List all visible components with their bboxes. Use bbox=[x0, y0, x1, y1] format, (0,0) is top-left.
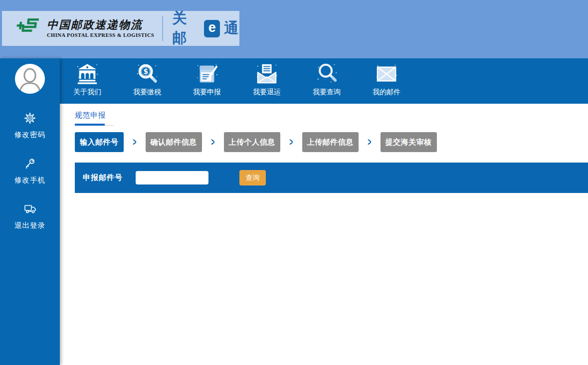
product-suffix: 通 bbox=[224, 18, 239, 38]
tab-underline-indicator bbox=[75, 124, 105, 126]
nav-item-about-us[interactable]: 关于我们 bbox=[65, 58, 110, 104]
sidebar-item-label: 修改密码 bbox=[14, 130, 45, 140]
delivery-truck-icon bbox=[24, 203, 36, 215]
declaration-step-wizard: 输入邮件号 > 确认邮件信息 > 上传个人信息 > 上传邮件信息 > 提交海关审… bbox=[75, 132, 588, 152]
gear-icon bbox=[24, 112, 36, 124]
china-post-logo-icon bbox=[15, 16, 42, 41]
query-button[interactable]: 查询 bbox=[239, 170, 266, 185]
nav-item-return-shipment[interactable]: 我要退运 bbox=[244, 58, 289, 104]
brand-name-en: CHINA POSTAL EXPRESS & LOGISTICS bbox=[47, 32, 154, 38]
nav-item-label: 我要退运 bbox=[253, 88, 281, 97]
sidebar-item-label: 修改手机 bbox=[14, 176, 45, 185]
declare-mail-number-label: 申报邮件号 bbox=[83, 173, 123, 182]
tax-magnifier-icon: $ bbox=[136, 62, 159, 85]
sidebar-item-logout[interactable]: 退出登录 bbox=[14, 203, 45, 230]
return-mail-icon bbox=[255, 62, 278, 85]
declare-mail-number-input[interactable] bbox=[136, 171, 208, 184]
nav-item-my-mail[interactable]: 我的邮件 bbox=[364, 58, 409, 104]
nav-item-label: 我的邮件 bbox=[373, 88, 400, 97]
step-confirm-mail-info: 确认邮件信息 bbox=[146, 132, 202, 152]
tab-standard-declaration[interactable]: 规范申报 bbox=[75, 111, 114, 126]
nav-item-pay-tax[interactable]: $ 我要缴税 bbox=[125, 58, 170, 104]
nav-item-label: 关于我们 bbox=[73, 88, 101, 97]
step-chevron-icon: > bbox=[280, 138, 302, 147]
nav-item-label: 我要申报 bbox=[193, 88, 221, 97]
step-upload-mail-info: 上传邮件信息 bbox=[302, 132, 359, 152]
step-chevron-icon: > bbox=[359, 138, 381, 147]
step-chevron-icon: > bbox=[202, 138, 224, 147]
product-prefix: 关邮 bbox=[172, 8, 200, 48]
sidebar: 修改密码 修改手机 bbox=[0, 58, 60, 365]
search-icon bbox=[315, 62, 338, 85]
nav-item-declare[interactable]: 我要申报 bbox=[185, 58, 229, 104]
nav-item-label: 我要缴税 bbox=[133, 88, 161, 97]
product-e-badge: e bbox=[204, 20, 220, 37]
key-icon bbox=[24, 158, 36, 170]
sidebar-item-label: 退出登录 bbox=[14, 221, 45, 230]
main-area: 关于我们 $ 我要缴税 bbox=[60, 58, 588, 365]
tab-underline bbox=[75, 123, 114, 126]
step-chevron-icon: > bbox=[124, 138, 146, 147]
brand-name-cn: 中国邮政速递物流 bbox=[47, 19, 154, 31]
mail-number-query-bar: 申报邮件号 查询 bbox=[75, 163, 588, 193]
nav-item-query[interactable]: 我要查询 bbox=[304, 58, 349, 104]
step-enter-mail-number[interactable]: 输入邮件号 bbox=[75, 132, 124, 152]
main-nav: 关于我们 $ 我要缴税 bbox=[60, 58, 588, 104]
product-logo: 关邮 e 通 bbox=[172, 8, 239, 48]
mail-icon bbox=[375, 62, 398, 85]
svg-text:$: $ bbox=[143, 67, 148, 75]
header-band: 中国邮政速递物流 CHINA POSTAL EXPRESS & LOGISTIC… bbox=[0, 0, 588, 58]
sidebar-item-change-password[interactable]: 修改密码 bbox=[14, 112, 45, 140]
brand-text: 中国邮政速递物流 CHINA POSTAL EXPRESS & LOGISTIC… bbox=[47, 19, 154, 37]
brand-divider bbox=[162, 16, 163, 41]
bank-building-icon bbox=[76, 62, 99, 85]
sidebar-item-change-phone[interactable]: 修改手机 bbox=[14, 158, 45, 185]
brand-panel: 中国邮政速递物流 CHINA POSTAL EXPRESS & LOGISTIC… bbox=[2, 11, 239, 46]
declare-document-icon bbox=[196, 62, 218, 85]
step-submit-customs-review: 提交海关审核 bbox=[381, 132, 437, 152]
nav-item-label: 我要查询 bbox=[313, 88, 341, 97]
user-avatar bbox=[14, 63, 45, 94]
tab-label: 规范申报 bbox=[75, 111, 106, 119]
step-upload-personal-info: 上传个人信息 bbox=[224, 132, 280, 152]
content-area: 规范申报 输入邮件号 > 确认邮件信息 > 上传个人信息 > 上传邮件信息 > … bbox=[60, 104, 588, 193]
